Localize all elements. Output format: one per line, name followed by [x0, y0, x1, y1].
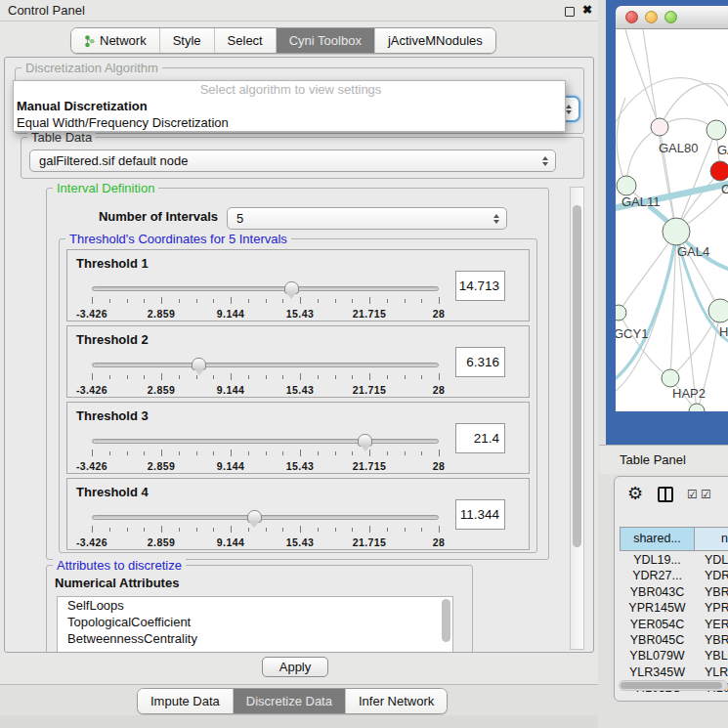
checkbox-icon[interactable]: ☑ — [701, 488, 711, 501]
table-cell[interactable]: YBR0 — [695, 632, 728, 648]
attribute-list-item[interactable]: TopologicalCoefficient — [58, 614, 452, 630]
dropdown-option-placeholder[interactable]: Select algorithm to view settings — [14, 81, 565, 98]
table-cell[interactable]: YDL1 — [695, 552, 728, 568]
tab-jactivemnodules[interactable]: jActiveMNodules — [375, 28, 495, 53]
table-cell[interactable]: YBR0 — [695, 584, 728, 600]
threshold-value-field[interactable]: 21.4 — [455, 423, 505, 453]
tab-network[interactable]: Network — [71, 28, 160, 53]
list-scrollbar[interactable] — [442, 599, 450, 642]
dropdown-option-manual[interactable]: Manual Discretization — [14, 98, 565, 114]
close-traffic-light-icon[interactable] — [625, 11, 638, 23]
num-intervals-combobox[interactable]: 5 — [227, 207, 507, 230]
attribute-list-item[interactable]: SelfLoops — [58, 597, 452, 614]
network-canvas[interactable]: GAL80GACGAL11GAL4GCY1HHAP2 — [616, 29, 728, 411]
tick-mark — [144, 451, 145, 455]
table-cell[interactable]: YBL0 — [695, 648, 728, 664]
checkbox-icon[interactable]: ☑ — [687, 488, 698, 501]
tab-style[interactable]: Style — [160, 28, 215, 53]
scale-tick-label: 15.43 — [286, 460, 314, 472]
slider-track[interactable] — [92, 439, 439, 444]
slider-scale-labels: -3.4262.8599.14415.4321.71528 — [92, 536, 439, 548]
columns-icon[interactable] — [658, 487, 673, 502]
table-row[interactable]: YBL079WYBL0 — [620, 648, 728, 664]
tick-mark — [127, 375, 128, 379]
table-row[interactable]: YDL19...YDL1 — [620, 552, 728, 568]
network-node[interactable] — [708, 299, 728, 322]
scale-tick-label: 21.715 — [353, 384, 387, 396]
float-window-icon[interactable] — [565, 7, 575, 17]
table-cell[interactable]: YDR2 — [695, 568, 728, 583]
node-label: HAP2 — [672, 386, 706, 401]
tab-cyni-toolbox[interactable]: Cyni Toolbox — [277, 28, 375, 53]
column-header-name[interactable]: n — [695, 527, 728, 551]
threshold-slider[interactable]: -3.4262.8599.14415.4321.71528 — [92, 281, 439, 321]
threshold-panel: Threshold 3 -3.4262.8599.14415.4321.7152… — [66, 402, 530, 474]
node-label: GCY1 — [616, 326, 648, 341]
table-row[interactable]: YLR345WYLR3 — [620, 664, 728, 680]
apply-button[interactable]: Apply — [262, 657, 328, 677]
scale-tick-label: 15.43 — [286, 308, 314, 320]
horizontal-scrollbar-thumb[interactable] — [621, 682, 722, 689]
attribute-list-item[interactable]: BetweennessCentrality — [58, 630, 452, 647]
table-row[interactable]: YBR045CYBR0 — [620, 632, 728, 648]
network-node[interactable] — [616, 305, 626, 321]
threshold-value-field[interactable]: 6.316 — [455, 347, 505, 377]
tab-impute-data[interactable]: Impute Data — [138, 689, 234, 713]
network-node[interactable] — [662, 369, 679, 387]
network-node[interactable] — [707, 120, 726, 140]
gear-icon[interactable]: ⚙ — [627, 483, 643, 504]
network-node[interactable] — [651, 118, 668, 136]
slider-thumb[interactable] — [358, 434, 372, 447]
threshold-slider[interactable]: -3.4262.8599.14415.4321.71528 — [92, 510, 439, 549]
table-cell[interactable]: YPR1 — [695, 600, 728, 616]
threshold-value-field[interactable]: 14.713 — [455, 271, 505, 301]
tab-infer-network[interactable]: Infer Network — [346, 689, 447, 713]
table-cell[interactable]: YBR045C — [620, 632, 695, 648]
table-row[interactable]: YDR27...YDR2 — [620, 568, 728, 583]
table-cell[interactable]: YLR3 — [695, 664, 728, 680]
table-cell[interactable]: YER054C — [620, 617, 695, 632]
vertical-scrollbar[interactable] — [570, 187, 584, 650]
threshold-slider[interactable]: -3.4262.8599.14415.4321.71528 — [92, 358, 439, 397]
tick-mark — [231, 297, 232, 304]
dropdown-option-equal-width[interactable]: Equal Width/Frequency Discretization — [14, 114, 565, 131]
table-row[interactable]: YER054CYER0 — [620, 617, 728, 632]
vertical-scrollbar-thumb[interactable] — [573, 205, 581, 547]
table-data-combobox[interactable]: galFiltered.sif default node — [29, 150, 556, 172]
network-node[interactable] — [663, 218, 690, 245]
minimize-traffic-light-icon[interactable] — [645, 11, 658, 23]
threshold-slider[interactable]: -3.4262.8599.14415.4321.71528 — [92, 434, 439, 473]
table-row[interactable]: YBR043CYBR0 — [620, 584, 728, 600]
tick-mark — [92, 526, 93, 533]
slider-track[interactable] — [92, 363, 439, 367]
threshold-value-field[interactable]: 11.344 — [455, 499, 505, 530]
table-data-value: galFiltered.sif default node — [39, 153, 188, 168]
slider-thumb[interactable] — [192, 358, 206, 370]
table-cell[interactable]: YDL19... — [620, 552, 695, 568]
horizontal-scrollbar[interactable] — [619, 680, 728, 691]
table-cell[interactable]: YBR043C — [620, 584, 695, 600]
slider-thumb[interactable] — [284, 281, 299, 294]
tab-select[interactable]: Select — [215, 28, 277, 53]
zoom-traffic-light-icon[interactable] — [664, 11, 677, 23]
column-header-shared[interactable]: shared... — [620, 527, 695, 551]
table-row[interactable]: YPR145WYPR1 — [620, 600, 728, 616]
scale-tick-label: 9.144 — [217, 536, 244, 548]
tick-mark — [352, 451, 353, 455]
threshold-panel: Threshold 1 -3.4262.8599.14415.4321.7152… — [66, 249, 530, 321]
network-node[interactable] — [710, 161, 728, 181]
slider-track[interactable] — [92, 286, 439, 291]
tick-mark — [213, 299, 214, 303]
table-cell[interactable]: YDR27... — [620, 568, 695, 583]
tab-discretize-data[interactable]: Discretize Data — [234, 689, 346, 713]
network-node[interactable] — [617, 176, 636, 195]
slider-track[interactable] — [92, 515, 439, 520]
table-cell[interactable]: YER0 — [695, 617, 728, 632]
table-cell[interactable]: YPR145W — [620, 600, 695, 616]
close-icon[interactable]: ✖ — [582, 3, 592, 17]
network-window-titlebar[interactable] — [616, 6, 728, 29]
slider-thumb[interactable] — [247, 510, 262, 523]
table-cell[interactable]: YBL079W — [620, 648, 695, 664]
table-cell[interactable]: YLR345W — [620, 664, 695, 680]
numerical-attributes-list[interactable]: SelfLoopsTopologicalCoefficientBetweenne… — [57, 596, 453, 653]
